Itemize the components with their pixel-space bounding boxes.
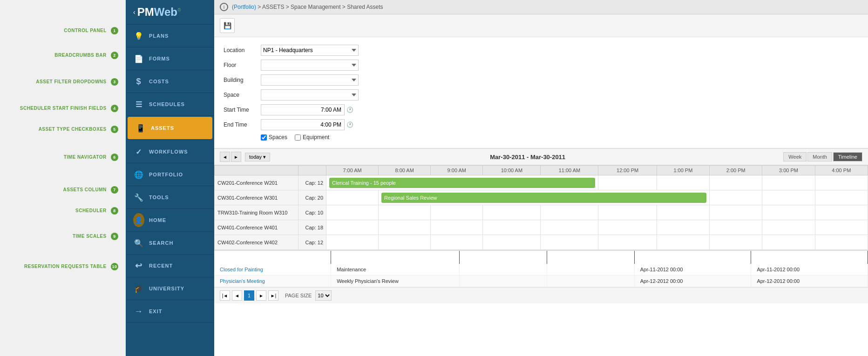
reservations-section: SUBJECT DESCRIPTION SPACE EQUIPMENT STAR… (214, 250, 868, 303)
sidebar-item-search[interactable]: 🔍 SEARCH (126, 232, 214, 255)
subject-link[interactable]: Physician's Meeting (220, 278, 265, 284)
end-time-clock-icon: 🕐 (346, 121, 353, 128)
empty-cell (657, 205, 709, 220)
empty-cell (379, 205, 431, 220)
costs-icon: $ (133, 76, 144, 87)
empty-cell (541, 205, 598, 220)
sidebar-item-schedules[interactable]: ☰ SCHEDULES (126, 93, 214, 116)
floor-dropdown[interactable] (261, 60, 359, 71)
sidebar-item-home[interactable]: 👤 HOME (126, 209, 214, 232)
subject-link[interactable]: Closed for Painting (220, 267, 263, 272)
spaces-checkbox-label[interactable]: Spaces (261, 134, 287, 141)
pagination: |◄ ◄ 1 ► ►| PAGE SIZE 10 25 50 (214, 287, 868, 303)
sidebar-logo: ‹ PMWeb® (126, 0, 214, 25)
sidebar-item-recent[interactable]: ↩ RECENT (126, 255, 214, 277)
empty-cell (762, 205, 815, 220)
table-row: CW402-Conference W402 Cap: 12 (215, 235, 868, 250)
event-bar[interactable]: Clerical Training - 15 people (329, 178, 595, 188)
last-page-button[interactable]: ►| (268, 290, 278, 301)
sidebar-item-exit[interactable]: → EXIT (126, 300, 214, 323)
event-cell[interactable]: Regional Sales Review (379, 190, 710, 205)
annotation-1: CONTROL PANEL 1 (64, 27, 118, 34)
empty-cell (598, 175, 657, 190)
empty-cell (710, 220, 762, 235)
equipment-cell (547, 264, 634, 275)
empty-cell (657, 235, 709, 250)
sidebar-item-forms[interactable]: 📄 FORMS (126, 47, 214, 70)
plans-icon: 💡 (133, 30, 144, 41)
location-dropdown[interactable]: NP1 - Headquarters (261, 45, 359, 56)
today-button[interactable]: today ▾ (245, 153, 270, 161)
sidebar-item-workflows[interactable]: ✓ WORKFLOWS (126, 141, 214, 163)
sidebar-item-label: TOOLS (149, 195, 169, 200)
breadcrumb-portfolio-link[interactable]: (Portfolio) (232, 4, 256, 10)
empty-cell (326, 220, 379, 235)
save-button[interactable]: 💾 (220, 18, 235, 33)
sidebar-item-label: SEARCH (149, 240, 173, 246)
asset-name: CW201-Conference W201 (215, 175, 298, 190)
sidebar-item-label: COSTS (149, 79, 169, 84)
asset-type-checkboxes: Spaces Equipment (261, 134, 859, 141)
description-cell: Weekly Physician's Review (331, 275, 460, 287)
asset-header (215, 166, 298, 175)
annotation-2: BREADCRUMBS BAR 2 (54, 52, 118, 59)
sidebar-item-tools[interactable]: 🔧 TOOLS (126, 186, 214, 209)
space-dropdown[interactable] (261, 89, 359, 101)
sidebar-item-assets[interactable]: 📱 ASSETS (128, 117, 212, 140)
space-label: Space (224, 92, 261, 98)
first-page-button[interactable]: |◄ (220, 290, 230, 301)
toolbar: 💾 (214, 14, 868, 37)
spaces-checkbox[interactable] (261, 134, 267, 141)
sidebar-item-label: RECENT (149, 263, 173, 269)
table-row: TRW310-Training Room W310 Cap: 10 (215, 205, 868, 220)
sidebar-item-costs[interactable]: $ COSTS (126, 70, 214, 93)
equipment-checkbox-label[interactable]: Equipment (295, 134, 329, 141)
page-size-select[interactable]: 10 25 50 (315, 290, 332, 301)
sidebar-item-label: PLANS (149, 33, 169, 39)
col-finish-date: FINISH DATE (751, 251, 868, 264)
empty-cell (598, 235, 657, 250)
sidebar-item-label: ASSETS (151, 125, 174, 131)
annotation-5: ASSET TYPE CHECKBOXES 5 (39, 126, 118, 133)
finish-date-cell: Apr-11-2012 00:00 (751, 264, 868, 275)
tab-timeline[interactable]: Timeline (833, 152, 862, 161)
capacity: Cap: 10 (298, 205, 326, 220)
next-page-button[interactable]: ► (256, 290, 266, 301)
avatar: 👤 (133, 213, 144, 227)
sidebar-item-portfolio[interactable]: 🌐 PORTFOLIO (126, 163, 214, 186)
event-bar[interactable]: Regional Sales Review (381, 193, 706, 203)
col-equipment: EQUIPMENT (547, 251, 634, 264)
assets-icon: 📱 (135, 122, 146, 134)
tab-week[interactable]: Week (783, 152, 807, 161)
schedules-icon: ☰ (133, 99, 144, 110)
sidebar-item-university[interactable]: 🎓 UNIVERSITY (126, 277, 214, 300)
forms-icon: 📄 (133, 53, 144, 64)
table-row: Physician's Meeting Weekly Physician's R… (214, 275, 868, 287)
equipment-checkbox[interactable] (295, 134, 301, 141)
sidebar-item-plans[interactable]: 💡 PLANS (126, 25, 214, 47)
prev-page-button[interactable]: ◄ (232, 290, 242, 301)
event-cell[interactable]: Clerical Training - 15 people (326, 175, 598, 190)
empty-cell (431, 205, 483, 220)
next-button[interactable]: ► (231, 152, 241, 162)
current-page[interactable]: 1 (244, 290, 254, 301)
annotation-8: SCHEDULER 8 (75, 207, 118, 215)
empty-cell (379, 220, 431, 235)
end-time-input[interactable] (261, 119, 345, 130)
building-dropdown[interactable] (261, 74, 359, 86)
time-2pm: 2:00 PM (710, 166, 762, 175)
capacity: Cap: 18 (298, 220, 326, 235)
start-time-input[interactable] (261, 104, 345, 115)
col-space: SPACE (459, 251, 547, 264)
empty-cell (815, 175, 868, 190)
tab-month[interactable]: Month (807, 152, 832, 161)
empty-cell (326, 190, 379, 205)
sidebar-nav: 💡 PLANS 📄 FORMS $ COSTS ☰ SCHEDULES 📱 AS… (126, 25, 214, 356)
subject-cell: Closed for Painting (214, 264, 331, 275)
empty-cell (815, 220, 868, 235)
time-navigator: ◄ ► (220, 152, 241, 162)
sidebar-item-label: HOME (149, 217, 166, 223)
empty-cell (598, 220, 657, 235)
prev-button[interactable]: ◄ (220, 152, 230, 162)
info-icon[interactable]: i (220, 3, 228, 11)
